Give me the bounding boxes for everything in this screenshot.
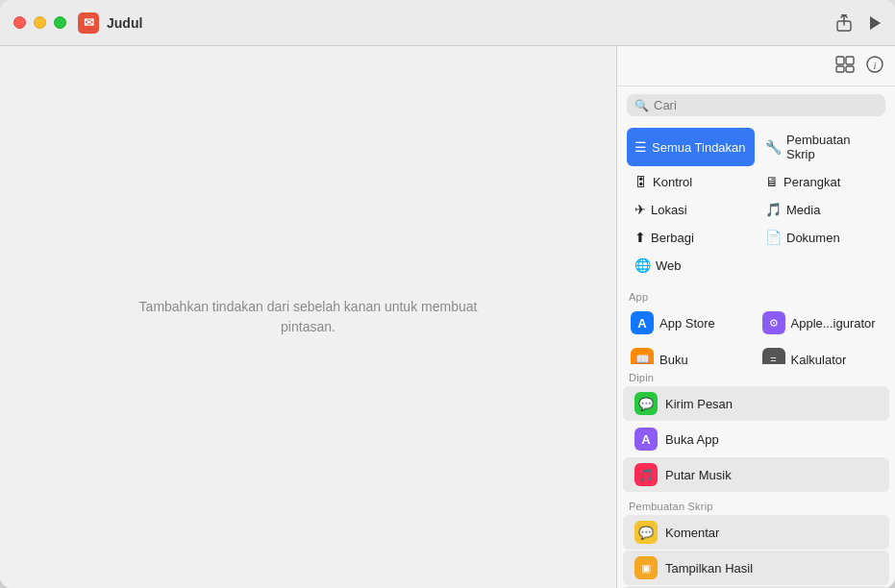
svg-rect-4 [836, 66, 844, 72]
web-icon: 🌐 [634, 257, 651, 273]
main-window: ✉ Judul Tambahkan tindakan dari sebe [0, 0, 895, 588]
cat-perangkat-label: Perangkat [783, 175, 840, 189]
apple-igurator-icon: ⚙ [762, 311, 785, 334]
cat-pembuatan-skrip[interactable]: 🔧 Pembuatan Skrip [758, 128, 885, 166]
putar-musik-icon: 🎵 [634, 463, 658, 486]
buka-app-label: Buka App [665, 432, 719, 447]
app-store-label: App Store [659, 316, 715, 331]
right-panel: i 🔍 ☰ Semua Tindakan [616, 46, 895, 588]
cat-semua[interactable]: ☰ Semua Tindakan [627, 128, 755, 166]
info-button[interactable]: i [866, 56, 883, 78]
content-area: Tambahkan tindakan dari sebelah kanan un… [0, 46, 895, 588]
svg-rect-2 [836, 57, 844, 64]
cat-web-label: Web [656, 258, 682, 273]
share-icon: ⬆ [634, 230, 646, 245]
app-icon: ✉ [78, 12, 99, 34]
cat-kontrol[interactable]: 🎛 Kontrol [627, 169, 755, 194]
komentar-item[interactable]: 💬 Komentar [623, 515, 889, 550]
cat-dokumen-label: Dokumen [786, 231, 840, 245]
cat-media-label: Media [786, 203, 820, 217]
titlebar: ✉ Judul [0, 0, 895, 46]
kalkulator-label: Kalkulator [791, 353, 847, 365]
script-icon: 🔧 [765, 139, 782, 155]
cat-semua-label: Semua Tindakan [652, 140, 746, 155]
play-button[interactable] [868, 15, 882, 31]
app-row-1: A App Store ⚙ Apple...igurator [617, 305, 895, 341]
hint-text: Tambahkan tindakan dari sebelah kanan un… [126, 297, 491, 337]
app-store-item[interactable]: A App Store [625, 306, 757, 339]
apple-igurator-label: Apple...igurator [791, 316, 876, 331]
search-bar: 🔍 [627, 94, 885, 116]
titlebar-actions [835, 14, 882, 32]
kirim-pesan-item[interactable]: 💬 Kirim Pesan [623, 386, 889, 421]
tampilkan-hasil-label: Tampilkan Hasil [665, 561, 753, 576]
categories-grid: ☰ Semua Tindakan 🔧 Pembuatan Skrip 🎛 Kon… [627, 128, 885, 278]
window-title: Judul [107, 15, 142, 31]
minimize-button[interactable] [34, 16, 46, 29]
traffic-lights [13, 16, 66, 29]
komentar-label: Komentar [665, 526, 719, 540]
tampilkan-hasil-icon: ▣ [634, 556, 658, 579]
share-button[interactable] [835, 14, 853, 32]
control-icon: 🎛 [634, 174, 648, 189]
kirim-pesan-icon: 💬 [634, 392, 658, 415]
search-container: 🔍 [617, 86, 895, 124]
categories: ☰ Semua Tindakan 🔧 Pembuatan Skrip 🎛 Kon… [617, 124, 895, 283]
actions-list[interactable]: App A App Store ⚙ Apple...igurator [617, 283, 895, 588]
media-icon: 🎵 [765, 202, 782, 217]
search-input[interactable] [654, 98, 878, 112]
kalkulator-item[interactable]: = Kalkulator [757, 343, 888, 364]
cat-lokasi-label: Lokasi [651, 203, 687, 217]
app-row-2: 📖 Buku = Kalkulator [617, 341, 895, 364]
section-dipin-header: Dipin [617, 364, 895, 385]
buku-item[interactable]: 📖 Buku [625, 343, 757, 364]
right-header: i [617, 46, 895, 86]
cat-berbagi-label: Berbagi [651, 231, 694, 245]
svg-text:i: i [873, 60, 876, 71]
buku-label: Buku [659, 353, 688, 365]
komentar-icon: 💬 [634, 521, 658, 544]
close-button[interactable] [13, 16, 26, 29]
cat-kontrol-label: Kontrol [653, 175, 692, 189]
cat-berbagi[interactable]: ⬆ Berbagi [627, 225, 755, 250]
app-store-icon: A [631, 311, 654, 334]
cat-web[interactable]: 🌐 Web [627, 253, 755, 278]
search-icon: 🔍 [634, 99, 649, 112]
device-icon: 🖥 [765, 174, 779, 189]
tampilkan-hasil-item[interactable]: ▣ Tampilkan Hasil [623, 551, 889, 585]
cat-pembuatan-label: Pembuatan Skrip [786, 133, 878, 161]
kirim-pesan-label: Kirim Pesan [665, 397, 733, 411]
putar-musik-label: Putar Musik [665, 468, 732, 482]
buku-icon: 📖 [631, 348, 654, 364]
section-app-header: App [617, 283, 895, 305]
list-icon: ☰ [634, 139, 647, 155]
cat-perangkat[interactable]: 🖥 Perangkat [758, 169, 885, 194]
buka-app-icon: A [634, 428, 658, 451]
buka-app-item[interactable]: A Buka App [623, 422, 889, 456]
putar-musik-item[interactable]: 🎵 Putar Musik [623, 457, 889, 492]
kalkulator-icon: = [762, 348, 785, 364]
svg-rect-5 [846, 66, 854, 72]
left-panel: Tambahkan tindakan dari sebelah kanan un… [0, 46, 616, 588]
maximize-button[interactable] [54, 16, 66, 29]
location-icon: ✈ [634, 202, 646, 217]
cat-media[interactable]: 🎵 Media [758, 197, 885, 222]
library-button[interactable] [835, 56, 855, 78]
section-pembuatan-header: Pembuatan Skrip [617, 493, 895, 514]
cat-lokasi[interactable]: ✈ Lokasi [627, 197, 755, 222]
svg-rect-3 [846, 57, 854, 64]
cat-dokumen[interactable]: 📄 Dokumen [758, 225, 885, 250]
document-icon: 📄 [765, 230, 782, 245]
apple-igurator-item[interactable]: ⚙ Apple...igurator [757, 306, 888, 339]
